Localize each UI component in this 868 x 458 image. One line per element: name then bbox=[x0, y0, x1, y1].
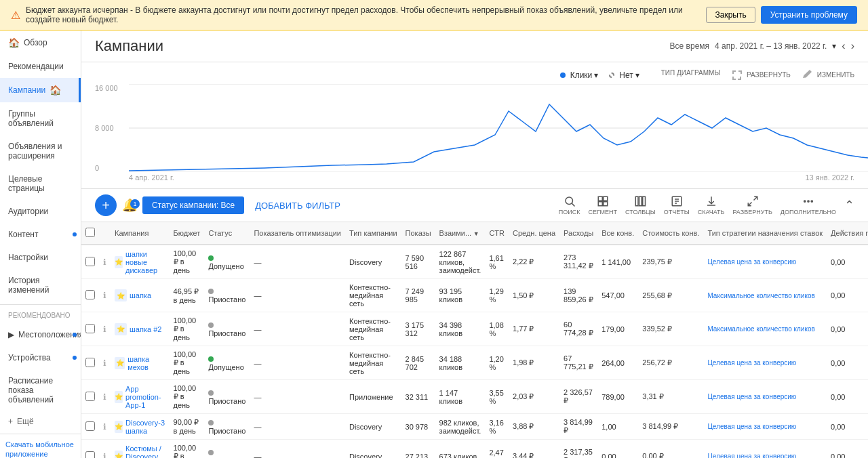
campaign-status: Приостано bbox=[204, 279, 250, 312]
col-interactions[interactable]: Взаими... bbox=[435, 222, 486, 245]
campaign-icon: ⭐ bbox=[115, 391, 123, 403]
table-row: ℹ ⭐ App promotion-App-1 100,00 ₽ в день … bbox=[81, 380, 868, 414]
campaign-ctr: 2,47 % bbox=[485, 440, 509, 459]
sidebar-item-landing[interactable]: Целевые страницы bbox=[0, 167, 81, 200]
row-checkbox[interactable] bbox=[85, 358, 95, 367]
clicks-legend-dropdown[interactable]: Клики ▾ bbox=[560, 70, 599, 80]
campaign-all-conv: 1 141,00 bbox=[597, 245, 638, 279]
campaign-expenses: 2 326,57 ₽ bbox=[559, 380, 597, 414]
info-icon[interactable]: ℹ bbox=[103, 392, 106, 402]
campaign-status: Допущено bbox=[204, 245, 250, 279]
row-checkbox[interactable] bbox=[85, 392, 95, 401]
sidebar-item-ad-groups[interactable]: Группы объявлений bbox=[0, 102, 81, 135]
close-alert-button[interactable]: Закрыть bbox=[706, 7, 755, 23]
col-avg-price: Средн. цена bbox=[509, 222, 559, 245]
campaign-status: Приостано bbox=[204, 414, 250, 440]
date-next-button[interactable]: › bbox=[851, 40, 854, 52]
sidebar-item-content[interactable]: Контент bbox=[0, 223, 81, 246]
campaign-link[interactable]: ⭐ шапка bbox=[115, 289, 165, 301]
sidebar-item-overview[interactable]: 🏠 Обзор bbox=[0, 30, 81, 55]
sidebar-item-settings[interactable]: Настройки bbox=[0, 246, 81, 269]
svg-point-19 bbox=[811, 201, 812, 202]
add-filter-button[interactable]: ДОБАВИТЬ ФИЛЬТР bbox=[250, 198, 346, 213]
columns-toolbar-button[interactable]: СТОЛБЦЫ bbox=[625, 195, 656, 215]
info-icon[interactable]: ℹ bbox=[103, 325, 106, 334]
sidebar-item-label: Объявления и расширения bbox=[8, 142, 73, 161]
select-all-checkbox[interactable] bbox=[85, 228, 95, 237]
info-icon[interactable]: ℹ bbox=[103, 257, 106, 267]
download-toolbar-button[interactable]: СКАЧАТЬ bbox=[698, 195, 725, 215]
campaign-expenses: 67 775,21 ₽ bbox=[559, 346, 597, 380]
campaign-link[interactable]: ⭐ Discovery-3 шапка bbox=[115, 419, 165, 435]
more-toolbar-button[interactable]: ДОПОЛНИТЕЛЬНО bbox=[781, 195, 836, 215]
date-dropdown-button[interactable]: ▾ bbox=[832, 41, 836, 51]
sidebar-bottom[interactable]: Скачать мобильное приложение bbox=[0, 434, 81, 458]
date-prev-button[interactable]: ‹ bbox=[842, 40, 845, 52]
campaign-expenses: 60 774,28 ₽ bbox=[559, 312, 597, 346]
sidebar-item-ads[interactable]: Объявления и расширения bbox=[0, 135, 81, 167]
campaign-ctr: 3,55 % bbox=[485, 380, 509, 414]
campaign-all-conv: 179,00 bbox=[597, 312, 638, 346]
alert-text: Бюджет аккаунта исчерпан - В бюджете акк… bbox=[26, 5, 701, 24]
campaign-conv-cost: 3,31 ₽ bbox=[638, 380, 703, 414]
sidebar-item-devices[interactable]: Устройства bbox=[0, 346, 81, 369]
filter-bell-button[interactable]: 🔔 1 bbox=[122, 198, 137, 213]
sidebar-item-campaigns[interactable]: Кампании 🏠 bbox=[0, 78, 81, 102]
main-content: Кампании Все время 4 апр. 2021 г. – 13 я… bbox=[81, 30, 868, 458]
campaign-link[interactable]: ⭐ шапка мехов bbox=[115, 355, 165, 371]
campaign-budget: 46,95 ₽ в день bbox=[170, 279, 205, 312]
campaign-icon: ⭐ bbox=[115, 451, 123, 459]
sidebar-item-history[interactable]: История изменений bbox=[0, 269, 81, 301]
reports-toolbar-button[interactable]: ОТЧЁТЫ bbox=[664, 195, 690, 215]
campaign-impressions: 2 845 702 bbox=[401, 346, 435, 380]
row-checkbox[interactable] bbox=[85, 324, 95, 333]
campaign-interactions: 93 195 кликов bbox=[435, 279, 486, 312]
sidebar-item-recommendations[interactable]: Рекомендации bbox=[0, 55, 81, 78]
alert-bar: ⚠ Бюджет аккаунта исчерпан - В бюджете а… bbox=[0, 0, 868, 30]
campaign-status-button[interactable]: Статус кампании: Все bbox=[142, 196, 244, 214]
row-checkbox[interactable] bbox=[85, 290, 95, 299]
col-impressions: Показы bbox=[401, 222, 435, 245]
svg-rect-8 bbox=[604, 202, 608, 206]
campaign-strategy: Целевая цена за конверсию bbox=[703, 346, 827, 380]
campaign-strategy: Целевая цена за конверсию bbox=[703, 380, 827, 414]
campaign-link[interactable]: ⭐ шапки новые дискавер bbox=[115, 250, 165, 274]
campaign-avg-price: 2,03 ₽ bbox=[509, 380, 559, 414]
campaign-interactions: 122 867 кликов, заимодейст. bbox=[435, 245, 486, 279]
row-checkbox[interactable] bbox=[85, 421, 95, 431]
sidebar-item-location[interactable]: ▶ Местоположения bbox=[0, 323, 81, 346]
campaign-strategy: Максимальное количество кликов bbox=[703, 312, 827, 346]
campaign-conv-cost: 239,75 ₽ bbox=[638, 245, 703, 279]
sidebar-more-button[interactable]: + Ещё bbox=[0, 411, 81, 432]
sidebar-item-audiences[interactable]: Аудитории bbox=[0, 200, 81, 223]
svg-rect-7 bbox=[598, 202, 602, 206]
campaign-icon: ⭐ bbox=[115, 357, 125, 369]
campaign-impressions: 3 175 312 bbox=[401, 312, 435, 346]
campaign-link[interactable]: ⭐ шапка #2 bbox=[115, 323, 165, 335]
campaign-conv-cost: 0,00 ₽ bbox=[638, 440, 703, 459]
fix-problem-button[interactable]: Устранить проблему bbox=[761, 6, 857, 24]
campaign-link[interactable]: ⭐ Костюмы / Discovery Костюмы bbox=[115, 444, 165, 459]
svg-line-4 bbox=[572, 203, 574, 206]
info-icon[interactable]: ℹ bbox=[103, 422, 106, 432]
sidebar-item-label: Обзор bbox=[24, 38, 47, 47]
info-icon[interactable]: ℹ bbox=[103, 452, 106, 459]
campaign-status: Приостано bbox=[204, 440, 250, 459]
info-icon[interactable]: ℹ bbox=[103, 291, 106, 300]
campaign-app-actions: 0,00 bbox=[827, 312, 868, 346]
campaign-link[interactable]: ⭐ App promotion-App-1 bbox=[115, 385, 165, 409]
row-checkbox[interactable] bbox=[85, 451, 95, 459]
campaign-interactions: 1 147 кликов bbox=[435, 380, 486, 414]
campaign-type: Приложение bbox=[345, 380, 401, 414]
row-checkbox[interactable] bbox=[85, 257, 95, 266]
none-legend-dropdown[interactable]: Нет ▾ bbox=[609, 70, 639, 80]
collapse-chart-button[interactable]: ⌃ bbox=[844, 198, 854, 213]
home-icon-campaigns: 🏠 bbox=[50, 85, 61, 96]
info-icon[interactable]: ℹ bbox=[103, 358, 106, 368]
campaign-all-conv: 1,00 bbox=[597, 414, 638, 440]
add-campaign-button[interactable]: + bbox=[95, 194, 117, 216]
expand-toolbar-button[interactable]: РАЗВЕРНУТЬ bbox=[732, 195, 772, 215]
search-toolbar-button[interactable]: ПОИСК bbox=[559, 195, 580, 215]
sidebar-item-schedule[interactable]: Расписание показа объявлений bbox=[0, 369, 81, 411]
segment-toolbar-button[interactable]: СЕГМЕНТ bbox=[588, 195, 617, 215]
